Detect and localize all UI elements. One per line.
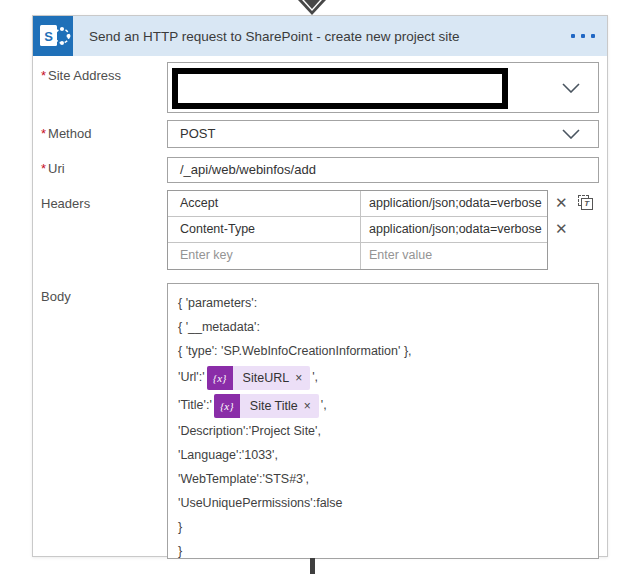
required-asterisk: *	[41, 68, 46, 83]
redacted-site-address-value	[172, 68, 508, 109]
chevron-down-icon[interactable]	[562, 129, 580, 139]
method-selected-value: POST	[180, 126, 215, 141]
uri-input[interactable]: /_api/web/webinfos/add	[167, 157, 599, 183]
header-row-accept: Accept application/json;odata=verbose	[168, 191, 547, 217]
site-address-label: *Site Address	[33, 62, 167, 83]
body-line: 'Url':'{x}SiteURL×',	[178, 363, 588, 391]
remove-token-icon[interactable]: ×	[304, 392, 319, 420]
method-label: *Method	[33, 120, 167, 141]
header-value-input[interactable]: application/json;odata=verbose	[361, 191, 547, 216]
body-line: }	[178, 539, 588, 563]
site-address-row: *Site Address	[33, 62, 607, 113]
dynamic-token-site-title[interactable]: {x}Site Title×	[214, 394, 319, 418]
header-value-input[interactable]	[369, 243, 547, 267]
body-row: Body { 'parameters': { '__metadata': { '…	[33, 283, 607, 559]
required-asterisk: *	[41, 126, 46, 141]
header-value-input[interactable]: application/json;odata=verbose	[361, 217, 547, 242]
headers-table: Accept application/json;odata=verbose Co…	[167, 190, 548, 270]
body-line: 'Title':'{x}Site Title×',	[178, 391, 588, 419]
connector-stem	[310, 558, 315, 574]
header-row-content-type: Content-Type application/json;odata=verb…	[168, 217, 547, 243]
action-card-body: *Site Address *Method	[33, 56, 607, 559]
header-key-input[interactable]: Accept	[168, 191, 361, 216]
body-line: { 'parameters':	[178, 291, 588, 315]
body-line: 'Description':'Project Site',	[178, 419, 588, 443]
expression-fx-icon: {x}	[214, 394, 240, 418]
more-options-icon[interactable]	[565, 34, 607, 38]
delete-header-row-icon[interactable]: ✕	[555, 216, 593, 242]
uri-row: *Uri /_api/web/webinfos/add	[33, 155, 607, 183]
body-line: 'WebTemplate':'STS#3',	[178, 467, 588, 491]
expression-fx-icon: {x}	[207, 366, 233, 390]
flow-designer-canvas: S Send an HTTP request to SharePoint - c…	[0, 0, 617, 574]
sharepoint-icon: S	[33, 16, 73, 56]
svg-text:S: S	[44, 29, 53, 44]
chevron-down-icon[interactable]	[562, 83, 580, 93]
body-line: 'UseUniquePermissions':false	[178, 491, 588, 515]
body-line: 'Language':'1033',	[178, 443, 588, 467]
headers-row: Headers Accept application/json;odata=ve…	[33, 190, 607, 270]
method-dropdown[interactable]: POST	[167, 120, 599, 148]
connector-arrow-down-icon	[297, 0, 327, 15]
header-row-empty	[168, 243, 547, 269]
body-line: }	[178, 515, 588, 539]
body-line: { '__metadata':	[178, 315, 588, 339]
body-input[interactable]: { 'parameters': { '__metadata': { 'type'…	[167, 283, 599, 559]
uri-label: *Uri	[33, 155, 167, 176]
header-key-input[interactable]	[180, 243, 360, 267]
body-label: Body	[33, 283, 167, 304]
headers-label: Headers	[33, 190, 167, 211]
remove-token-icon[interactable]: ×	[295, 364, 310, 392]
required-asterisk: *	[41, 161, 46, 176]
action-title[interactable]: Send an HTTP request to SharePoint - cre…	[73, 29, 565, 44]
delete-header-row-icon[interactable]: ✕	[555, 190, 568, 216]
method-row: *Method POST	[33, 120, 607, 148]
switch-headers-text-mode-icon[interactable]: T	[578, 195, 593, 210]
dynamic-token-siteurl[interactable]: {x}SiteURL×	[207, 366, 311, 390]
action-card-header[interactable]: S Send an HTTP request to SharePoint - c…	[33, 16, 607, 56]
header-key-input[interactable]: Content-Type	[168, 217, 361, 242]
site-address-dropdown[interactable]	[167, 62, 599, 113]
action-card-http-request-sharepoint: S Send an HTTP request to SharePoint - c…	[32, 15, 608, 557]
body-line: { 'type': 'SP.WebInfoCreationInformation…	[178, 339, 588, 363]
